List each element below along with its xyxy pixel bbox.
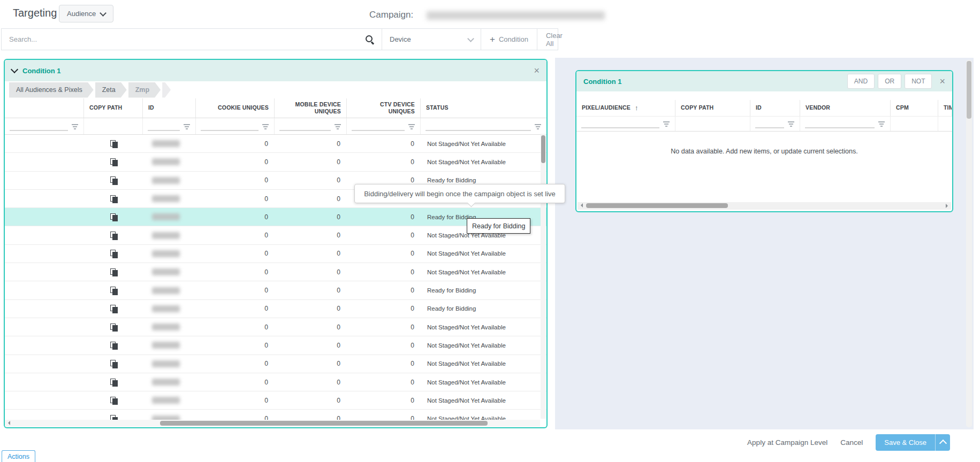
scrollbar-thumb[interactable] bbox=[160, 421, 488, 426]
copy-path-cell[interactable] bbox=[84, 410, 143, 420]
column-header[interactable] bbox=[5, 98, 84, 118]
clear-all-button[interactable]: Clear All bbox=[537, 29, 571, 50]
copy-path-cell[interactable] bbox=[84, 355, 143, 373]
table-row[interactable]: 000Not Staged/Not Yet Available bbox=[5, 373, 546, 391]
copy-path-cell[interactable] bbox=[84, 226, 143, 244]
copy-icon[interactable] bbox=[110, 140, 117, 148]
save-options-toggle[interactable] bbox=[935, 434, 950, 451]
copy-icon[interactable] bbox=[110, 342, 117, 349]
filter-icon[interactable] bbox=[534, 124, 542, 129]
table-row[interactable]: 000Ready for Bidding bbox=[5, 208, 546, 226]
sort-asc-icon[interactable]: ↑ bbox=[635, 104, 639, 112]
filter-icon[interactable] bbox=[787, 121, 795, 127]
scroll-left-arrow-icon[interactable] bbox=[579, 203, 583, 207]
copy-path-cell[interactable] bbox=[84, 336, 143, 354]
horizontal-scrollbar[interactable] bbox=[578, 202, 951, 210]
search-input[interactable] bbox=[2, 35, 365, 43]
filter-cell[interactable] bbox=[347, 118, 421, 134]
copy-path-cell[interactable] bbox=[84, 135, 143, 152]
save-close-button[interactable]: Save & Close bbox=[876, 434, 950, 451]
column-header[interactable]: CPM bbox=[891, 100, 938, 116]
add-condition-button[interactable]: + Condition bbox=[481, 29, 537, 50]
horizontal-scrollbar[interactable] bbox=[5, 420, 540, 427]
column-header[interactable]: PIXEL/AUDIENCE↑ bbox=[576, 100, 675, 116]
table-row[interactable]: 000Not Staged/Not Yet Available bbox=[5, 336, 546, 355]
save-close-label[interactable]: Save & Close bbox=[876, 434, 935, 451]
column-header[interactable]: CTV DEVICE UNIQUES bbox=[347, 98, 421, 118]
filter-cell[interactable] bbox=[421, 118, 546, 134]
operator-and-button[interactable]: AND bbox=[847, 74, 875, 89]
table-row[interactable]: 000Not Staged/Not Yet Available bbox=[5, 318, 546, 336]
scrollbar-thumb[interactable] bbox=[967, 61, 971, 119]
apply-campaign-level-button[interactable]: Apply at Campaign Level bbox=[747, 438, 827, 446]
filter-cell[interactable] bbox=[5, 118, 84, 134]
filter-icon[interactable] bbox=[878, 121, 885, 127]
copy-icon[interactable] bbox=[110, 324, 117, 331]
copy-icon[interactable] bbox=[110, 213, 117, 221]
filter-input[interactable] bbox=[805, 119, 875, 128]
breadcrumb-item[interactable]: Zeta bbox=[95, 82, 127, 98]
table-row[interactable]: 000Not Staged/Not Yet Available bbox=[5, 263, 546, 281]
column-header[interactable]: ID bbox=[143, 98, 196, 118]
operator-or-button[interactable]: OR bbox=[878, 74, 901, 89]
scroll-left-arrow-icon[interactable] bbox=[6, 421, 10, 425]
filter-input[interactable] bbox=[279, 122, 331, 131]
table-row[interactable]: 000Ready for Bidding bbox=[5, 281, 546, 299]
filter-icon[interactable] bbox=[183, 124, 191, 129]
copy-path-cell[interactable] bbox=[84, 208, 143, 226]
filter-icon[interactable] bbox=[663, 121, 670, 127]
copy-icon[interactable] bbox=[110, 195, 117, 203]
column-header[interactable]: STATUS bbox=[421, 98, 546, 118]
breadcrumb-item[interactable]: Zmp bbox=[128, 82, 161, 98]
filter-icon[interactable] bbox=[334, 124, 341, 129]
device-select[interactable]: Device bbox=[382, 29, 481, 50]
copy-icon[interactable] bbox=[110, 176, 117, 184]
search-icon[interactable] bbox=[365, 35, 374, 44]
copy-icon[interactable] bbox=[110, 158, 117, 166]
table-row[interactable]: 000Not Staged/Not Yet Available bbox=[5, 226, 546, 244]
column-header[interactable]: MOBILE DEVICE UNIQUES bbox=[275, 98, 347, 118]
scrollbar-thumb[interactable] bbox=[586, 203, 728, 208]
copy-path-cell[interactable] bbox=[84, 373, 143, 391]
copy-path-cell[interactable] bbox=[84, 318, 143, 336]
filter-cell[interactable] bbox=[750, 117, 800, 131]
copy-icon[interactable] bbox=[110, 305, 117, 312]
filter-cell[interactable] bbox=[143, 118, 196, 134]
filter-input[interactable] bbox=[755, 119, 784, 128]
column-header[interactable]: TIM bbox=[938, 100, 952, 116]
copy-icon[interactable] bbox=[110, 287, 117, 294]
filter-input[interactable] bbox=[201, 122, 259, 131]
table-row[interactable]: 000Not Staged/Not Yet Available bbox=[5, 135, 546, 153]
table-row[interactable]: 000Ready for Bidding bbox=[5, 300, 546, 318]
column-header[interactable]: COPY PATH bbox=[84, 98, 143, 118]
vertical-scrollbar[interactable] bbox=[966, 60, 972, 427]
filter-input[interactable] bbox=[10, 122, 68, 131]
collapse-icon[interactable] bbox=[11, 66, 18, 73]
filter-cell[interactable] bbox=[275, 118, 347, 134]
vertical-scrollbar[interactable] bbox=[541, 134, 546, 419]
scrollbar-thumb[interactable] bbox=[541, 135, 545, 163]
copy-icon[interactable] bbox=[110, 268, 117, 276]
copy-icon[interactable] bbox=[110, 379, 117, 386]
close-icon[interactable]: × bbox=[939, 76, 945, 86]
copy-path-cell[interactable] bbox=[84, 153, 143, 171]
copy-path-cell[interactable] bbox=[84, 300, 143, 318]
filter-icon[interactable] bbox=[262, 124, 269, 129]
table-row[interactable]: 000Not Staged/Not Yet Available bbox=[5, 410, 546, 420]
table-row[interactable]: 000Not Staged/Not Yet Available bbox=[5, 355, 546, 373]
filter-input[interactable] bbox=[426, 122, 531, 131]
filter-icon[interactable] bbox=[408, 124, 415, 129]
column-header[interactable]: ID bbox=[750, 100, 800, 116]
filter-input[interactable] bbox=[581, 119, 659, 128]
filter-cell[interactable] bbox=[800, 117, 891, 131]
filter-input[interactable] bbox=[352, 122, 405, 131]
copy-icon[interactable] bbox=[110, 360, 117, 367]
actions-tab[interactable]: Actions bbox=[2, 450, 35, 462]
column-header[interactable]: COPY PATH bbox=[675, 100, 750, 116]
cancel-button[interactable]: Cancel bbox=[840, 438, 863, 446]
copy-path-cell[interactable] bbox=[84, 190, 143, 207]
filter-input[interactable] bbox=[148, 122, 180, 131]
copy-path-cell[interactable] bbox=[84, 172, 143, 189]
copy-icon[interactable] bbox=[110, 397, 117, 404]
filter-cell[interactable] bbox=[196, 118, 275, 134]
